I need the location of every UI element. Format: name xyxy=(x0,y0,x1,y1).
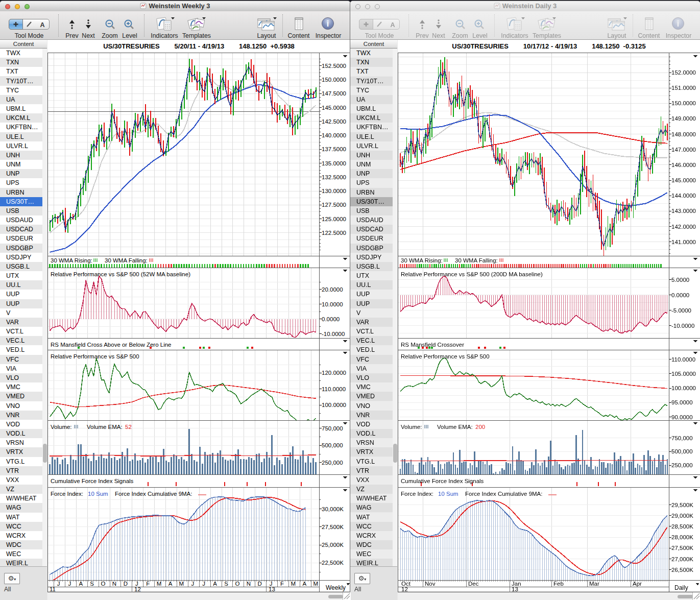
svg-text:29,500K: 29,500K xyxy=(671,502,693,508)
svg-text:30 WMA Falling:: 30 WMA Falling: xyxy=(455,257,498,263)
svg-text:30 WMA Rising:: 30 WMA Rising: xyxy=(401,257,443,263)
svg-text:RS Mansfield Crossover: RS Mansfield Crossover xyxy=(401,342,464,348)
svg-text:Relative Performance vs S&P 50: Relative Performance vs S&P 500 xyxy=(401,353,490,359)
svg-text:0.0000: 0.0000 xyxy=(671,292,689,298)
svg-text:Force Index:: Force Index: xyxy=(401,491,433,497)
svg-text:29,000K: 29,000K xyxy=(671,513,693,519)
svg-text:-10.0000: -10.0000 xyxy=(671,323,694,329)
svg-text:13: 13 xyxy=(512,586,518,592)
svg-text:143.0000: 143.0000 xyxy=(671,208,696,214)
svg-text:500,000: 500,000 xyxy=(671,448,693,454)
svg-text:12: 12 xyxy=(401,586,408,592)
svg-text:28,500K: 28,500K xyxy=(671,523,693,530)
svg-text:Dec: Dec xyxy=(468,581,479,587)
svg-text:Force Index Cumulative 9MA:: Force Index Cumulative 9MA: xyxy=(465,491,542,497)
svg-text:148.0000: 148.0000 xyxy=(671,131,696,137)
svg-text:200: 200 xyxy=(475,424,485,430)
svg-text:Nov: Nov xyxy=(425,581,436,587)
svg-text:141.0000: 141.0000 xyxy=(671,239,696,245)
svg-text:10 Sum: 10 Sum xyxy=(438,491,458,497)
svg-text:142.0000: 142.0000 xyxy=(671,224,696,230)
svg-text:146.0000: 146.0000 xyxy=(671,162,696,168)
svg-text:27,500K: 27,500K xyxy=(671,545,693,551)
svg-text:Mar: Mar xyxy=(589,581,599,587)
svg-text:26,500K: 26,500K xyxy=(671,567,693,573)
svg-text:110.0000: 110.0000 xyxy=(671,356,695,363)
svg-text:28,000K: 28,000K xyxy=(671,534,693,540)
svg-text:Volume EMA:: Volume EMA: xyxy=(437,424,473,430)
svg-text:90.0000: 90.0000 xyxy=(671,414,693,420)
svg-text:151.0000: 151.0000 xyxy=(671,85,696,91)
svg-text:Apr: Apr xyxy=(633,581,642,587)
svg-text:5.0000: 5.0000 xyxy=(671,277,689,283)
svg-text:145.0000: 145.0000 xyxy=(671,177,696,183)
svg-text:750,000: 750,000 xyxy=(671,435,693,441)
svg-text:95.0000: 95.0000 xyxy=(671,399,693,405)
svg-text:144.0000: 144.0000 xyxy=(671,193,696,199)
svg-text:27,000K: 27,000K xyxy=(671,556,693,562)
svg-text:149.0000: 149.0000 xyxy=(671,115,696,122)
svg-text:Feb: Feb xyxy=(553,581,564,587)
svg-text:Cumulative Force Index Signals: Cumulative Force Index Signals xyxy=(401,478,484,484)
svg-text:Relative Performance vs S&P 50: Relative Performance vs S&P 500 (200D MA… xyxy=(401,271,543,277)
svg-text:100.0000: 100.0000 xyxy=(671,385,696,391)
svg-text:147.0000: 147.0000 xyxy=(671,147,696,153)
svg-text:Volume:: Volume: xyxy=(401,424,422,430)
svg-text:Daily: Daily xyxy=(674,584,688,591)
svg-text:152.0000: 152.0000 xyxy=(671,69,696,76)
svg-text:250,000: 250,000 xyxy=(671,462,693,468)
svg-text:-5.0000: -5.0000 xyxy=(671,307,691,314)
svg-text:105.0000: 105.0000 xyxy=(671,371,696,377)
svg-text:150.0000: 150.0000 xyxy=(671,100,696,106)
